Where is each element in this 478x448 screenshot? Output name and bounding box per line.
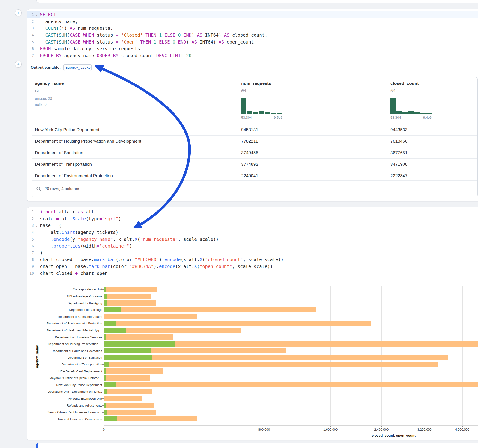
code-token: closed_count [118,53,156,58]
code-line[interactable]: 5 CAST(SUM(CASE WHEN status = 'Open' THE… [27,38,478,45]
code-token: (width [81,243,97,249]
category-label: Operations Unit - Department of Hom… [28,390,102,394]
code-token: = [75,237,78,242]
gutter: 7 [27,249,40,256]
histogram-bar [259,111,264,114]
sql-cell: 1⌄SELECT 2 agency_name,3 COUNT(*) AS num… [27,9,478,201]
bar-closed [104,368,163,374]
code-token: "num_requests" [140,237,178,242]
bar-closed [104,355,447,360]
code-line[interactable]: 5 .encode(y="agency_name", x=alt.X("num_… [27,236,478,243]
table-row: Department of Housing Preservation and D… [32,135,477,147]
code-line[interactable]: 9chart_open = base.mark_bar(color="#8BC3… [27,263,478,270]
code-line[interactable]: 1import altair as alt [27,209,478,216]
code-token: GROUP BY [40,53,62,58]
code-text: scale = alt.Scale(type="sqrt") [40,216,121,221]
code-token [181,32,183,38]
code-token: AS [219,39,224,45]
code-token: "#8BC34A" [129,264,154,269]
table-row: Department of Environmental Protection22… [32,170,477,181]
fold-toggle-icon[interactable]: ⌄ [34,13,39,16]
category-label: HRA Benefit Card Replacement [28,369,102,373]
code-token: 'Closed' [121,32,143,38]
histogram-max-label: 9.5e6 [274,115,283,119]
code-token: ORDER BY [97,53,119,58]
code-text: SELECT [40,12,59,17]
code-line[interactable]: 6FROM sample_data.nyc.service_requests [27,45,478,52]
code-token [56,12,59,17]
code-line[interactable]: 6 .properties(width="container") [27,243,478,249]
output-variable-chip[interactable]: agency_tickets [63,64,92,71]
code-token: "closed_count" [205,257,243,262]
python-editor[interactable]: 1import altair as alt2scale = alt.Scale(… [27,209,478,277]
bar-open [104,307,121,312]
code-token: WHEN [83,32,94,38]
code-token: ELSE [159,39,170,45]
gutter: 5 [27,38,40,45]
code-token: ( [67,32,70,38]
code-line[interactable]: 3 COUNT(*) AS num_requests, [27,25,478,32]
code-line[interactable]: 7) [27,249,478,256]
column-header[interactable]: num_requests [241,81,271,86]
code-line[interactable]: 3⌄base = ( [27,222,478,229]
fold-toggle-icon[interactable]: ⌄ [34,224,39,227]
category-label: Department of Homeless Services [28,335,102,339]
code-token: , scale [243,257,262,262]
x-axis-line [104,425,478,426]
column-header[interactable]: agency_name [35,81,64,86]
histogram-min-label: 53,304 [241,115,252,119]
code-token: X [194,264,197,269]
code-line[interactable]: 8chart_closed = base.mark_bar(color="#FF… [27,256,478,263]
line-number: 1 [27,210,34,214]
add-cell-button[interactable]: + [15,61,22,68]
bar-open [104,334,106,340]
x-axis-tick-label: 1,600,000 [323,428,338,431]
sql-editor[interactable]: 1⌄SELECT 2 agency_name,3 COUNT(*) AS num… [27,11,478,59]
code-token: scale)) [254,264,273,269]
code-line[interactable]: 2 agency_name, [27,18,478,25]
code-token: CASE [70,32,81,38]
next-cell-edge [37,443,478,448]
code-token: = [132,257,135,262]
code-token: 0 [172,39,175,45]
category-label: Department of Parks and Recreation [28,349,102,353]
line-number: 6 [27,244,34,248]
code-line[interactable]: 1⌄SELECT [27,11,478,18]
table-body: New York City Police Department945313194… [32,124,477,181]
code-line[interactable]: 2scale = alt.Scale(type="sqrt") [27,216,478,222]
add-cell-button[interactable]: + [15,9,22,16]
code-text: FROM sample_data.nyc.service_requests [40,46,140,51]
code-token: CAST [45,39,56,45]
histogram-bar [277,113,283,114]
bar-closed [104,334,173,340]
gutter: 4 [27,32,40,39]
code-token: mark_bar [88,264,110,269]
code-token: THEN [145,32,156,38]
code-token: ( [197,264,200,269]
x-axis-tick-label: 3,200,000 [417,428,431,431]
gutter: 6 [27,45,40,52]
code-token: WHEN [83,39,94,45]
code-token: = [121,237,124,242]
code-line[interactable]: 4 CAST(SUM(CASE WHEN status = 'Closed' T… [27,32,478,39]
category-label: Personal Exemption Unit [28,397,102,400]
code-token: * [62,25,64,31]
histogram-bar [396,111,402,114]
bar-closed [104,389,152,394]
code-token: INT64) [202,32,224,38]
code-line[interactable]: 7GROUP BY agency_name ORDER BY closed_co… [27,52,478,59]
code-token: status [94,39,116,45]
category-label: Department of Housing Preservation … [28,342,102,346]
code-line[interactable]: 10chart_closed + chart_open [27,270,478,277]
code-token: Chart [62,230,75,235]
histogram-bar [420,113,426,114]
code-token: closed_count, [229,32,267,38]
table-row: New York City Police Department945313194… [32,124,477,135]
code-token: alt. [59,216,72,221]
code-line[interactable]: 4 alt.Chart(agency_tickets) [27,229,478,236]
search-icon[interactable] [36,187,41,192]
bar-closed [104,300,156,305]
code-token: ) [119,216,121,221]
column-header[interactable]: closed_count [390,81,419,86]
code-text: chart_closed + chart_open [40,271,108,276]
